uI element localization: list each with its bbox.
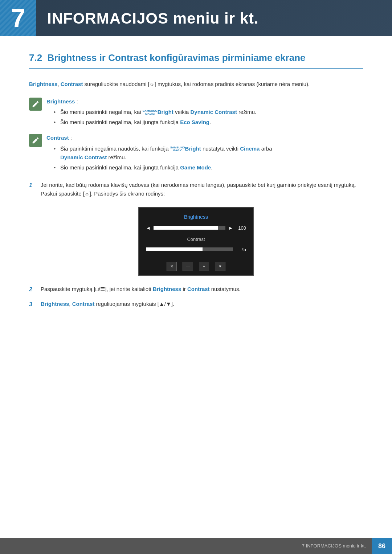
intro-paragraph: Brightness, Contrast sureguliuokite naud…: [29, 79, 363, 89]
section-heading: 7.2 Brightness ir Contrast konfigūravima…: [29, 51, 363, 69]
brightness-label-s3: Brightness: [41, 301, 69, 307]
osd-brightness-bar-bg: [154, 226, 225, 230]
brightness-note-title: Brightness :: [46, 98, 363, 106]
bright-word-2: Bright: [185, 145, 201, 152]
osd-btn-down[interactable]: ▼: [215, 262, 225, 271]
chapter-number-box: 7: [0, 0, 36, 36]
osd-container: Brightness ◄ ► 100 Contrast 75: [29, 207, 363, 276]
step-3-text: Brightness, Contrast reguliuojamas mygtu…: [41, 300, 363, 308]
brightness-note-icon: [29, 98, 42, 111]
brightness-word: Brightness: [46, 98, 75, 104]
dynamic-contrast-2: Dynamic Contrast: [60, 154, 107, 160]
step-1-text: Jei norite, kad būtų rodomas klavišų vad…: [41, 181, 363, 198]
osd-contrast-bar-bg: [146, 247, 233, 251]
contrast-note-content: Contrast : Šia parinktimi negalima naudo…: [46, 134, 363, 173]
step-2-number: 2: [29, 285, 36, 294]
numbered-steps: 1 Jei norite, kad būtų rodomas klavišų v…: [29, 181, 363, 309]
main-content: 7.2 Brightness ir Contrast konfigūravima…: [0, 36, 392, 344]
chapter-number: 7: [11, 5, 25, 31]
osd-screen: Brightness ◄ ► 100 Contrast 75: [138, 207, 254, 276]
section-number: 7.2: [29, 52, 42, 63]
header-title-area: INFORMACIJOS meniu ir kt.: [36, 0, 259, 36]
osd-btn-plus[interactable]: +: [199, 262, 209, 271]
osd-brightness-title: Brightness: [146, 213, 246, 221]
samsung-magic-1: SAMSUNGMAGIC: [143, 110, 158, 115]
step-2-text: Paspauskite mygtuką [□/☰], jei norite ka…: [41, 285, 363, 294]
osd-contrast-bar-fill: [146, 247, 203, 251]
header-banner: 7 INFORMACIJOS meniu ir kt.: [0, 0, 392, 36]
footer: 7 INFORMACIJOS meniu ir kt. 86: [0, 538, 392, 554]
section-title: Brightness ir Contrast konfigūravimas pi…: [48, 52, 306, 63]
game-mode: Game Mode: [180, 164, 211, 171]
osd-left-arrow: ◄: [146, 225, 151, 232]
brightness-note-block: Brightness : Šio meniu pasirinkti negali…: [29, 98, 363, 128]
step-1: 1 Jei norite, kad būtų rodomas klavišų v…: [29, 181, 363, 198]
contrast-bullet-2: Šio meniu pasirinkti negalima, kai įjung…: [54, 163, 363, 172]
osd-btn-minus[interactable]: —: [183, 262, 193, 271]
step-3: 3 Brightness, Contrast reguliuojamas myg…: [29, 300, 363, 309]
osd-brightness-bar-fill: [154, 226, 218, 230]
osd-buttons: ✕ — + ▼: [146, 258, 246, 271]
contrast-note-icon: [29, 134, 42, 147]
contrast-label-s2: Contrast: [187, 286, 210, 292]
bright-word-1: Bright: [158, 109, 173, 115]
contrast-label-intro: Contrast: [61, 81, 83, 87]
brightness-bullet-list: Šio meniu pasirinkti negalima, kai SAMSU…: [46, 108, 363, 127]
brightness-note-content: Brightness : Šio meniu pasirinkti negali…: [46, 98, 363, 128]
pencil-icon: [32, 100, 40, 108]
footer-page-number: 86: [372, 538, 392, 554]
osd-brightness-row: ◄ ► 100: [146, 225, 246, 232]
brightness-label-intro: Brightness: [29, 81, 57, 87]
pencil-icon-2: [32, 136, 40, 144]
contrast-label-s3: Contrast: [72, 301, 95, 307]
step-2: 2 Paspauskite mygtuką [□/☰], jei norite …: [29, 285, 363, 294]
footer-text: 7 INFORMACIJOS meniu ir kt.: [302, 542, 372, 550]
dynamic-contrast-1: Dynamic Contrast: [191, 109, 237, 115]
contrast-bullet-list: Šia parinktimi negalima naudotis, kai fu…: [46, 144, 363, 172]
brightness-bullet-2: Šio meniu pasirinkti negalima, kai įjung…: [54, 118, 363, 127]
header-title: INFORMACIJOS meniu ir kt.: [47, 7, 259, 30]
brightness-colon: :: [75, 98, 78, 104]
sun-symbol-intro: ☼: [150, 81, 155, 87]
osd-brightness-value: 100: [236, 225, 246, 232]
osd-contrast-value: 75: [236, 246, 246, 253]
osd-btn-exit[interactable]: ✕: [167, 262, 177, 271]
contrast-note-title: Contrast :: [46, 134, 363, 142]
osd-contrast-row: 75: [146, 246, 246, 253]
contrast-bullet-1: Šia parinktimi negalima naudotis, kai fu…: [54, 144, 363, 162]
eco-saving: Eco Saving: [180, 119, 209, 125]
samsung-magic-2: SAMSUNGMAGIC: [170, 146, 185, 152]
contrast-colon: :: [69, 135, 72, 141]
step-3-number: 3: [29, 300, 36, 309]
cinema-word: Cinema: [240, 145, 260, 152]
brightness-bullet-1: Šio meniu pasirinkti negalima, kai SAMSU…: [54, 108, 363, 116]
osd-right-arrow: ►: [228, 225, 233, 232]
sun-symbol-step1: ☼: [85, 190, 90, 197]
brightness-label-s2: Brightness: [153, 286, 181, 292]
osd-contrast-title: Contrast: [146, 236, 246, 243]
contrast-note-block: Contrast : Šia parinktimi negalima naudo…: [29, 134, 363, 173]
contrast-word: Contrast: [46, 135, 69, 141]
step-1-number: 1: [29, 181, 36, 190]
